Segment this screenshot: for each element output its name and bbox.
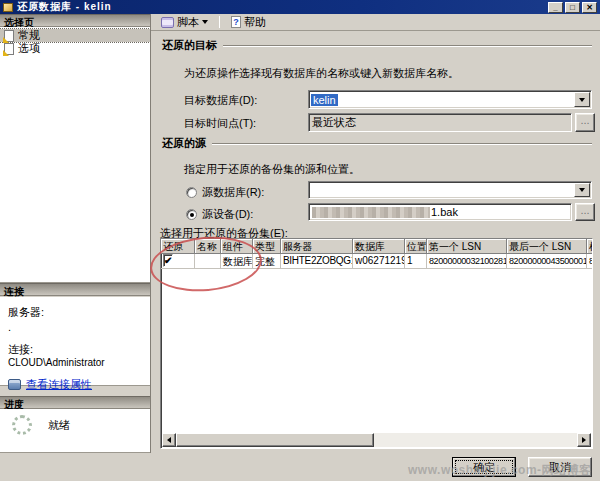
scroll-right-button[interactable] (577, 433, 591, 447)
cell-server: BIHTE2ZOBQG112I (281, 254, 353, 269)
source-device-radio-label: 源设备(D): (202, 207, 253, 222)
connection-panel: 服务器: . 连接: CLOUD\Administrator 查看连接属性 (0, 297, 150, 386)
source-database-radio[interactable] (186, 187, 197, 198)
column-header-first-lsn[interactable]: 第一个 LSN (427, 239, 507, 254)
sidebar-divider (150, 14, 151, 453)
script-button-label: 脚本 (177, 15, 199, 30)
toolbar: 脚本 ? 帮助 (151, 14, 600, 31)
sidebar-item-label: 选项 (18, 41, 40, 56)
help-button[interactable]: ? 帮助 (227, 14, 270, 31)
cell-last-lsn: 82000000043500001 (507, 254, 587, 269)
source-device-radio-row[interactable]: 源设备(D): (186, 207, 253, 222)
cancel-button[interactable]: 取消 (528, 457, 592, 477)
restore-database-dialog: 还原数据库 - kelin _ □ ✕ 选择页 常规 选项 连接 服务器: . … (0, 0, 600, 481)
source-device-input[interactable]: 1.bak (308, 203, 572, 221)
column-header-server[interactable]: 服务器 (281, 239, 353, 254)
window-title: 还原数据库 - kelin (17, 0, 112, 14)
target-time-label: 目标时间点(T): (184, 116, 256, 131)
script-icon (161, 17, 174, 28)
section-divider (223, 45, 592, 47)
source-device-radio[interactable] (186, 209, 197, 220)
page-icon (4, 30, 14, 42)
section-divider (212, 143, 592, 145)
cell-database: w0627121939 (353, 254, 405, 269)
column-header-database[interactable]: 数据库 (353, 239, 405, 254)
cell-component: 数据库 (221, 254, 253, 269)
chevron-down-icon (202, 20, 208, 24)
grid-header-row: 还原 名称 组件 类型 服务器 数据库 位置 第一个 LSN 最后一个 LSN … (161, 239, 592, 254)
view-connection-properties-link[interactable]: 查看连接属性 (26, 377, 92, 392)
help-button-label: 帮助 (244, 15, 266, 30)
arrow-left-icon (167, 437, 171, 443)
ok-button-face: 确定 (453, 458, 515, 476)
horizontal-scrollbar[interactable] (162, 433, 591, 447)
source-database-radio-label: 源数据库(R): (202, 185, 264, 200)
redacted-path (312, 207, 430, 218)
source-device-filename: 1.bak (431, 206, 458, 218)
target-time-input[interactable]: 最近状态 (308, 113, 572, 132)
toolbar-separator (219, 16, 220, 28)
target-database-value: kelin (311, 94, 338, 106)
maximize-button[interactable]: □ (565, 2, 580, 13)
source-instruction: 指定用于还原的备份集的源和位置。 (184, 162, 360, 177)
source-database-value (309, 182, 573, 198)
column-header-position[interactable]: 位置 (405, 239, 427, 254)
source-database-combobox[interactable] (308, 181, 592, 199)
backup-sets-grid: 还原 名称 组件 类型 服务器 数据库 位置 第一个 LSN 最后一个 LSN … (160, 238, 593, 449)
arrow-right-icon (582, 437, 586, 443)
progress-panel: 就绪 (0, 409, 150, 453)
target-time-browse-button[interactable]: ... (575, 113, 595, 132)
column-header-name[interactable]: 名称 (195, 239, 221, 254)
connection-label: 连接: (0, 333, 150, 357)
script-button[interactable]: 脚本 (157, 14, 212, 31)
chevron-down-icon (579, 188, 585, 192)
chevron-down-icon (579, 98, 585, 102)
target-database-combobox[interactable]: kelin (308, 90, 592, 109)
cell-position: 1 (405, 254, 427, 269)
source-device-browse-button[interactable]: ... (575, 203, 595, 221)
sidebar-item-options[interactable]: 选项 (0, 42, 150, 55)
page-icon (4, 43, 14, 55)
server-label: 服务器: (0, 297, 150, 320)
connection-header: 连接 (0, 283, 150, 296)
restore-checkbox[interactable]: ✔ (163, 254, 173, 267)
scroll-left-button[interactable] (162, 433, 176, 447)
ok-button[interactable]: 确定 (452, 457, 516, 477)
cell-type: 完整 (253, 254, 281, 269)
cell-name (195, 254, 221, 269)
column-header-last-lsn[interactable]: 最后一个 LSN (507, 239, 587, 254)
column-header-restore[interactable]: 还原 (161, 239, 195, 254)
cell-checkpoint-lsn: 82 (587, 254, 593, 269)
title-bar[interactable]: 还原数据库 - kelin _ □ ✕ (0, 0, 600, 14)
scrollbar-thumb[interactable] (176, 433, 374, 447)
progress-spinner-icon (12, 415, 32, 435)
progress-status: 就绪 (48, 418, 70, 433)
close-button[interactable]: ✕ (582, 2, 597, 13)
table-row[interactable]: ✔ 数据库 完整 BIHTE2ZOBQG112I w0627121939 1 8… (161, 254, 592, 269)
target-db-label: 目标数据库(D): (184, 93, 257, 108)
minimize-button[interactable]: _ (548, 2, 563, 13)
target-instruction: 为还原操作选择现有数据库的名称或键入新数据库名称。 (184, 66, 459, 81)
column-header-component[interactable]: 组件 (221, 239, 253, 254)
dropdown-button[interactable] (574, 92, 590, 107)
connection-value: CLOUD\Administrator (0, 357, 150, 368)
server-value: . (0, 320, 150, 333)
help-icon: ? (231, 16, 241, 28)
progress-header: 进度 (0, 396, 150, 409)
column-header-checkpoint-lsn[interactable]: 检 (587, 239, 593, 254)
scrollbar-track[interactable] (374, 433, 577, 447)
dropdown-button[interactable] (574, 183, 590, 197)
page-list: 常规 选项 (0, 27, 150, 283)
source-database-radio-row[interactable]: 源数据库(R): (186, 185, 264, 200)
connection-properties-icon (8, 379, 21, 390)
column-header-type[interactable]: 类型 (253, 239, 281, 254)
select-page-header: 选择页 (0, 14, 150, 27)
target-section-title: 还原的目标 (162, 38, 223, 53)
window-icon (3, 3, 13, 12)
cell-first-lsn: 82000000032100281 (427, 254, 507, 269)
source-section-title: 还原的源 (162, 136, 212, 151)
